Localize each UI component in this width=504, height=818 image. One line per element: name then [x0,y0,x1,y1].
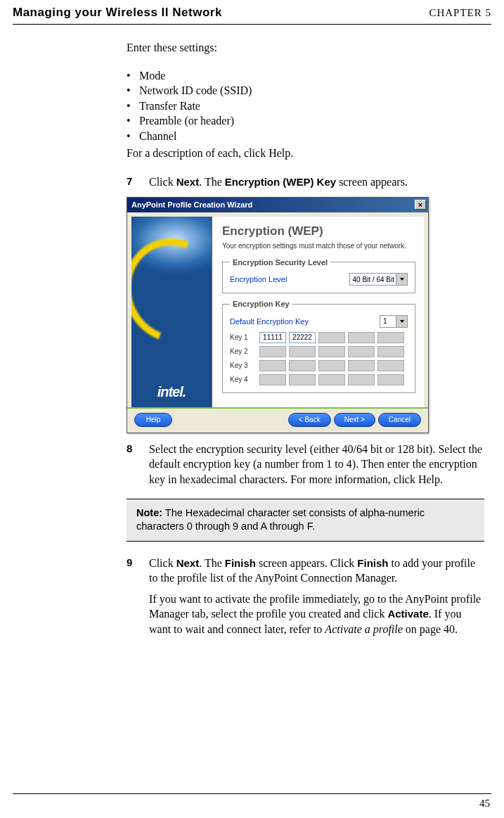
security-row: Encryption Level 40 Bit / 64 Bit [230,273,408,286]
key-grid: Key 1 11111 22222 Key 2 Key 3 [230,332,408,385]
wizard-sidebar: intel. [131,217,212,408]
key1-label: Key 1 [230,333,257,343]
text: . The [199,176,225,188]
key4-cell4 [348,374,375,385]
key3-cell4 [348,360,375,371]
security-level-group: Encryption Security Level Encryption Lev… [222,257,415,294]
step-body: Select the encryption security level (ei… [149,442,484,487]
wizard-footer: Help < Back Next > Cancel [127,407,428,433]
key1-cell3 [318,332,345,343]
titlebar-text: AnyPoint Profile Creation Wizard [131,200,252,210]
key4-cell3 [318,374,345,385]
select-value: 1 [383,317,387,326]
key4-cell5 [377,374,404,385]
key2-label: Key 2 [230,347,257,357]
encryption-level-label: Encryption Level [230,274,344,285]
finish-label: Finish [357,557,388,569]
page-header: Managing your Wireless II Network CHAPTE… [0,0,504,24]
key2-cell2 [289,346,316,357]
note-text: The Hexadecimal character set consists o… [136,507,425,532]
next-label: Next [176,176,200,188]
text: Click [149,557,176,569]
list-item: Network ID code (SSID) [127,83,484,98]
key2-cell4 [348,346,375,357]
intel-logo: intel. [131,383,212,402]
footer-rule [13,793,491,794]
swoosh-graphic [131,222,212,359]
main-content: Enter these settings: Mode Network ID co… [0,40,504,637]
header-chapter: CHAPTER 5 [429,7,491,19]
encryption-key-group: Encryption Key Default Encryption Key 1 … [222,299,415,393]
step-9: 9 Click Next. The Finish screen appears.… [127,556,484,637]
header-rule [13,24,491,25]
step-8: 8 Select the encryption security level (… [127,442,484,487]
header-title: Managing your Wireless II Network [13,6,222,20]
cancel-button[interactable]: Cancel [378,413,421,427]
key3-cell5 [377,360,404,371]
page-number: 45 [479,798,490,810]
close-icon[interactable]: × [415,200,426,210]
key3-cell3 [318,360,345,371]
step-number: 9 [127,556,149,637]
step-body: Click Next. The Finish screen appears. C… [149,556,484,637]
key3-label: Key 3 [230,361,257,371]
select-value: 40 Bit / 64 Bit [353,275,394,285]
wizard-dialog: AnyPoint Profile Creation Wizard × intel… [127,197,429,433]
key1-cell4 [348,332,375,343]
key1-cell2[interactable]: 22222 [289,332,316,343]
encryption-level-select[interactable]: 40 Bit / 64 Bit [349,273,408,286]
key2-cell5 [377,346,404,357]
text: Click [149,176,176,188]
next-button[interactable]: Next > [334,413,375,427]
paragraph: Click Next. The Finish screen appears. C… [149,556,484,586]
activate-label: Activate [387,608,428,620]
titlebar: AnyPoint Profile Creation Wizard × [127,198,428,212]
list-item: Preamble (or header) [127,113,484,129]
bullets-footer: For a description of each, click Help. [127,146,484,161]
brand-graphic: intel. [131,217,212,408]
step-number: 7 [127,174,149,190]
default-key-select[interactable]: 1 [380,315,408,328]
default-key-label: Default Encryption Key [230,317,374,327]
help-button[interactable]: Help [134,413,172,427]
wizard-heading: Encryption (WEP) [222,224,415,240]
step-7: 7 Click Next. The Encryption (WEP) Key s… [127,174,484,190]
key3-cell2 [289,360,316,371]
key1-cell1[interactable]: 11111 [259,332,286,343]
back-button[interactable]: < Back [288,413,331,427]
key4-label: Key 4 [230,375,257,385]
key2-cell1 [259,346,286,357]
text: on page 40. [403,623,458,635]
list-item: Transfer Rate [127,98,484,114]
key4-cell2 [289,374,316,385]
wizard-panel: Encryption (WEP) Your encryption setting… [212,217,424,408]
wizard-subtext: Your encryption settings must match thos… [222,241,415,250]
next-label: Next [176,557,200,569]
default-key-row: Default Encryption Key 1 [230,315,408,328]
note-box: Note: The Hexadecimal character set cons… [127,499,484,542]
text: screen appears. [336,176,408,188]
key1-cell5 [377,332,404,343]
key3-cell1 [259,360,286,371]
reference-italic: Activate a profile [325,623,402,635]
finish-label: Finish [225,557,256,569]
settings-list: Mode Network ID code (SSID) Transfer Rat… [127,68,484,144]
security-legend: Encryption Security Level [230,257,330,268]
note-label: Note: [136,507,162,518]
intro-text: Enter these settings: [127,40,484,56]
list-item: Channel [127,129,484,144]
step-number: 8 [127,442,149,487]
step-body: Click Next. The Encryption (WEP) Key scr… [149,174,484,190]
text: . The [199,557,225,569]
text: screen appears. Click [256,557,357,569]
key-legend: Encryption Key [230,299,292,309]
footer-right: < Back Next > Cancel [288,413,421,427]
list-item: Mode [127,68,484,84]
key2-cell3 [318,346,345,357]
key4-cell1 [259,374,286,385]
wizard-body: intel. Encryption (WEP) Your encryption … [127,212,428,408]
paragraph: If you want to activate the profile imme… [149,592,484,637]
screen-name: Encryption (WEP) Key [225,176,336,188]
